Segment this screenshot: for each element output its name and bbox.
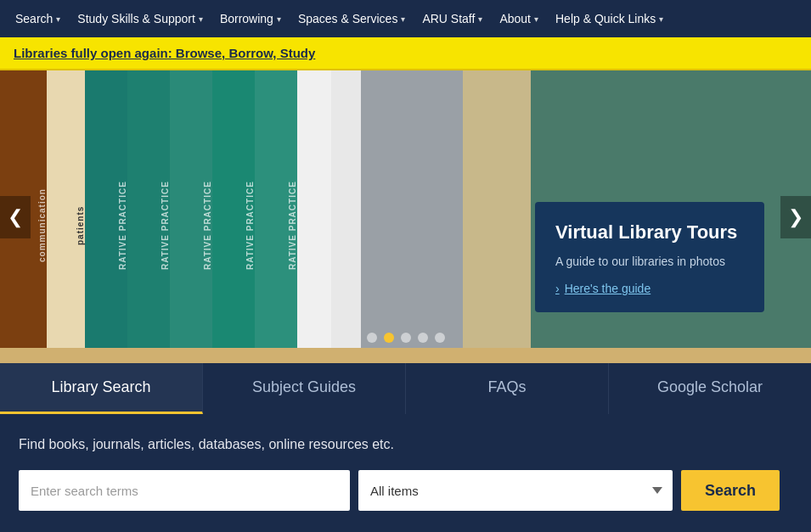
- announcement-banner[interactable]: Libraries fully open again: Browse, Borr…: [0, 37, 811, 70]
- book-shelf: [0, 348, 811, 363]
- nav-label-about: About: [499, 12, 531, 25]
- tab-faqs[interactable]: FAQs: [406, 363, 609, 414]
- hero-card-link[interactable]: › Here's the guide: [555, 282, 744, 295]
- chevron-right-icon: ›: [555, 282, 560, 295]
- search-button[interactable]: Search: [681, 470, 780, 511]
- hero-card-link-label: Here's the guide: [565, 282, 651, 295]
- tabs-row: Library SearchSubject GuidesFAQsGoogle S…: [0, 363, 811, 414]
- chevron-down-icon: ▾: [478, 14, 482, 24]
- chevron-down-icon: ▾: [277, 14, 281, 24]
- nav-item-help[interactable]: Help & Quick Links▾: [547, 0, 672, 37]
- search-description: Find books, journals, articles, database…: [19, 434, 792, 455]
- book-spine: RATIVE PRACTICE: [255, 70, 297, 363]
- chevron-down-icon: ▾: [659, 14, 663, 24]
- chevron-down-icon: ▾: [199, 14, 203, 24]
- book-spine: [297, 70, 331, 363]
- chevron-down-icon: ▾: [401, 14, 405, 24]
- search-input[interactable]: [19, 470, 350, 511]
- main-nav: Search▾Study Skills & Support▾Borrowing▾…: [0, 0, 811, 37]
- book-spine: RATIVE PRACTICE: [85, 70, 127, 363]
- carousel-dot-1[interactable]: [367, 333, 377, 343]
- tab-subject-guides[interactable]: Subject Guides: [203, 363, 406, 414]
- tab-google-scholar[interactable]: Google Scholar: [609, 363, 811, 414]
- carousel-dot-3[interactable]: [401, 333, 411, 343]
- nav-item-search[interactable]: Search▾: [7, 0, 69, 37]
- nav-item-study[interactable]: Study Skills & Support▾: [69, 0, 211, 37]
- carousel-next-button[interactable]: ❯: [780, 196, 811, 238]
- hero-card-subtitle: A guide to our libraries in photos: [555, 254, 744, 271]
- hero-section: communicationpatientsRATIVE PRACTICERATI…: [0, 70, 811, 363]
- carousel-dot-4[interactable]: [418, 333, 428, 343]
- carousel-dots: [367, 333, 445, 343]
- book-spine: RATIVE PRACTICE: [212, 70, 255, 363]
- nav-label-borrowing: Borrowing: [220, 12, 273, 25]
- book-spine: patients: [47, 70, 85, 363]
- search-section: Find books, journals, articles, database…: [0, 414, 811, 532]
- nav-item-spaces[interactable]: Spaces & Services▾: [290, 0, 414, 37]
- nav-label-spaces: Spaces & Services: [298, 12, 398, 25]
- hero-info-card: Virtual Library Tours A guide to our lib…: [535, 202, 764, 312]
- nav-item-borrowing[interactable]: Borrowing▾: [211, 0, 290, 37]
- search-row: All itemsBooksJournalsArticlesDatabasesO…: [19, 470, 792, 511]
- book-spine: RATIVE PRACTICE: [170, 70, 212, 363]
- carousel-dot-2[interactable]: [384, 333, 394, 343]
- tab-library-search[interactable]: Library Search: [0, 363, 203, 414]
- book-spine: [331, 70, 361, 363]
- nav-label-search: Search: [15, 12, 53, 25]
- book-spine: [361, 70, 463, 363]
- carousel-dot-5[interactable]: [435, 333, 445, 343]
- nav-label-study: Study Skills & Support: [77, 12, 195, 25]
- nav-item-aru-staff[interactable]: ARU Staff▾: [414, 0, 491, 37]
- book-spine: RATIVE PRACTICE: [127, 70, 170, 363]
- nav-label-aru-staff: ARU Staff: [422, 12, 475, 25]
- nav-label-help: Help & Quick Links: [555, 12, 656, 25]
- hero-card-title: Virtual Library Tours: [555, 221, 744, 245]
- chevron-down-icon: ▾: [534, 14, 538, 24]
- chevron-down-icon: ▾: [56, 14, 60, 24]
- carousel-prev-button[interactable]: ❮: [0, 196, 31, 238]
- search-type-select[interactable]: All itemsBooksJournalsArticlesDatabasesO…: [358, 470, 673, 511]
- nav-item-about[interactable]: About▾: [491, 0, 547, 37]
- book-spine: [463, 70, 531, 363]
